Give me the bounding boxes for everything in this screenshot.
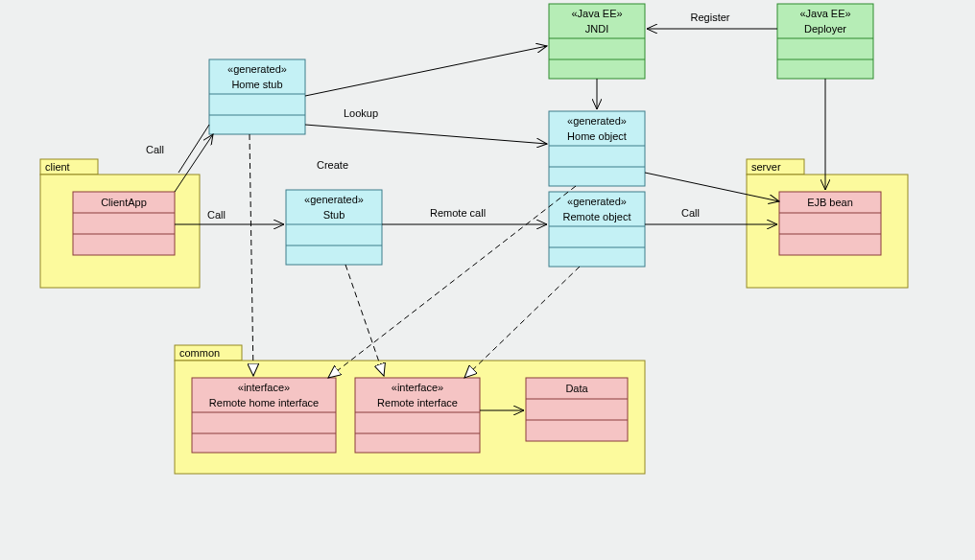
- class-jndi: «Java EE» JNDI: [549, 4, 645, 79]
- class-client-app: ClientApp: [73, 192, 175, 255]
- remote-if-stereo: «interface»: [392, 382, 443, 393]
- pkg-client-label: client: [45, 161, 70, 173]
- edge-call-top-label: Call: [146, 144, 164, 155]
- stub-title: Stub: [323, 209, 345, 221]
- edge-create-label: Create: [317, 159, 348, 171]
- home-object-stereo: «generated»: [567, 115, 627, 127]
- ejb-bean-title: EJB bean: [807, 197, 853, 208]
- edge-lookup-label: Lookup: [344, 107, 378, 119]
- jndi-stereo: «Java EE»: [571, 8, 622, 19]
- edge-register-label: Register: [691, 12, 730, 23]
- class-remote-object: «generated» Remote object: [549, 192, 645, 267]
- class-deployer: «Java EE» Deployer: [777, 4, 873, 79]
- edge-call-left-label: Call: [207, 209, 226, 221]
- remote-object-stereo: «generated»: [567, 196, 627, 207]
- class-home-stub: «generated» Home stub: [209, 59, 305, 134]
- edge-remote-call-label: Remote call: [430, 207, 486, 219]
- remote-object-title: Remote object: [563, 211, 631, 222]
- class-remote-interface: «interface» Remote interface: [355, 378, 480, 453]
- jndi-title: JNDI: [585, 23, 608, 35]
- edge-create: [305, 125, 547, 144]
- edge-call-right-label: Call: [681, 207, 700, 219]
- class-data: Data: [526, 378, 628, 441]
- deployer-title: Deployer: [804, 23, 846, 35]
- client-app-title: ClientApp: [101, 197, 147, 208]
- pkg-server-label: server: [751, 161, 781, 173]
- home-stub-title: Home stub: [231, 79, 282, 90]
- remote-if-title: Remote interface: [377, 397, 458, 408]
- home-object-title: Home object: [567, 130, 627, 142]
- deployer-stereo: «Java EE»: [799, 8, 850, 19]
- pkg-common-label: common: [179, 347, 220, 359]
- class-stub: «generated» Stub: [286, 190, 382, 265]
- edge-lookup: [305, 46, 547, 96]
- remote-home-if-title: Remote home interface: [209, 397, 319, 408]
- edge-homestub-rhif: [250, 134, 253, 376]
- class-ejb-bean: EJB bean: [779, 192, 881, 255]
- home-stub-stereo: «generated»: [227, 63, 287, 75]
- stub-stereo: «generated»: [304, 194, 364, 205]
- class-remote-home-interface: «interface» Remote home interface: [192, 378, 336, 453]
- remote-home-if-stereo: «interface»: [238, 382, 290, 393]
- data-title: Data: [565, 383, 588, 394]
- class-home-object: «generated» Home object: [549, 111, 645, 186]
- edge-stub-rif: [345, 265, 384, 376]
- edge-homestub-client: [178, 125, 209, 173]
